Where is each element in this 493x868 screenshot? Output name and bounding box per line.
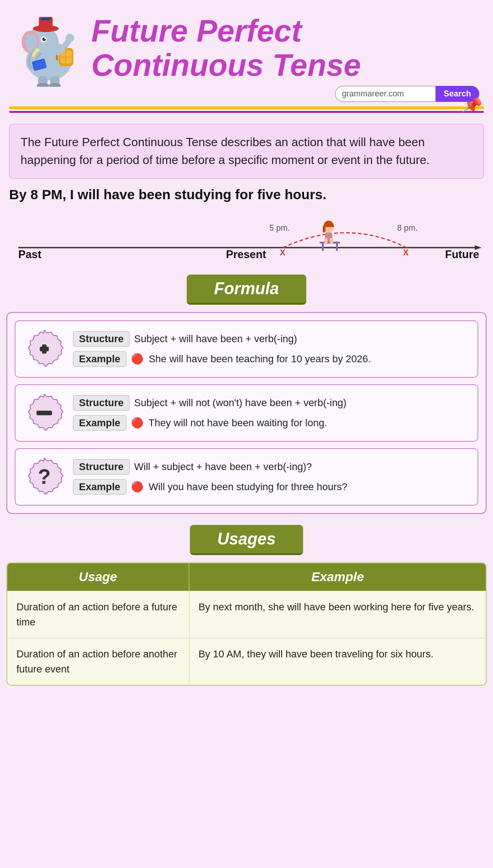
svg-rect-34: [324, 238, 328, 243]
col-header-usage: Usage: [7, 563, 189, 591]
structure-line-positive: Structure Subject + will have been + ver…: [73, 331, 469, 347]
usages-section-title-container: Usages: [0, 525, 493, 555]
description-box: The Future Perfect Continuous Tense desc…: [9, 124, 484, 179]
usage-cell-1: Duration of an action before another fut…: [7, 638, 189, 685]
example-text-positive: 🔴 She will have been teaching for 10 yea…: [131, 353, 371, 365]
example-text-negative: 🔴 They will not have been waiting for lo…: [131, 417, 327, 429]
example-label-question: Example: [73, 479, 126, 495]
positive-icon: [24, 328, 65, 370]
table-header-row: Usage Example: [7, 563, 486, 591]
example-label-positive: Example: [73, 351, 126, 367]
structure-label-negative: Structure: [73, 395, 130, 411]
formula-section-title-container: Formula: [0, 275, 493, 305]
formula-negative-content: Structure Subject + will not (won't) hav…: [73, 395, 469, 431]
structure-line-question: Structure Will + subject + have been + v…: [73, 459, 469, 475]
example-line-positive: Example 🔴 She will have been teaching fo…: [73, 351, 469, 367]
yellow-line: [9, 106, 484, 109]
example-line-negative: Example 🔴 They will not have been waitin…: [73, 415, 469, 431]
structure-line-negative: Structure Subject + will not (won't) hav…: [73, 395, 469, 411]
structure-label-question: Structure: [73, 459, 130, 475]
formula-box: Structure Subject + will have been + ver…: [6, 312, 487, 514]
example-label-negative: Example: [73, 415, 126, 431]
formula-row-positive: Structure Subject + will have been + ver…: [15, 320, 478, 378]
formula-positive-content: Structure Subject + will have been + ver…: [73, 331, 469, 367]
usages-section-title: Usages: [190, 525, 303, 555]
example-dot-negative: 🔴: [131, 417, 143, 429]
svg-point-21: [66, 34, 74, 42]
svg-text:5 pm.: 5 pm.: [269, 223, 290, 233]
svg-text:Past: Past: [18, 248, 42, 260]
structure-label-positive: Structure: [73, 331, 130, 347]
website-bar: Search: [91, 86, 479, 102]
example-sentence: By 8 PM, I will have been studying for f…: [9, 187, 484, 202]
timeline-svg: X X 5 pm. 8 pm. Past Present: [9, 209, 484, 264]
website-input[interactable]: [335, 86, 435, 102]
structure-text-negative: Subject + will not (won't) have been + v…: [134, 397, 346, 409]
table-row: Duration of an action before another fut…: [7, 638, 486, 685]
svg-text:?: ?: [38, 465, 51, 488]
svg-rect-10: [41, 18, 51, 21]
example-dot-positive: 🔴: [131, 353, 143, 365]
svg-text:8 pm.: 8 pm.: [397, 223, 418, 233]
purple-line: [9, 111, 484, 113]
usage-table: Usage Example Duration of an action befo…: [7, 563, 486, 685]
timeline-area: X X 5 pm. 8 pm. Past Present: [9, 209, 484, 264]
formula-row-question: ? Structure Will + subject + have been +…: [15, 448, 478, 506]
structure-text-positive: Subject + will have been + verb(-ing): [134, 333, 297, 345]
main-title: Future Perfect Continuous Tense: [91, 14, 479, 82]
col-header-example: Example: [189, 563, 486, 591]
usage-table-body: Duration of an action before a future ti…: [7, 591, 486, 685]
formula-row-negative: Structure Subject + will not (won't) hav…: [15, 384, 478, 442]
svg-text:X: X: [280, 248, 285, 257]
svg-rect-29: [323, 226, 325, 233]
example-text-question: 🔴 Will you have been studying for three …: [131, 481, 347, 493]
structure-text-question: Will + subject + have been + verb(-ing)?: [134, 461, 312, 473]
elephant-svg: [9, 9, 87, 87]
usage-cell-0: Duration of an action before a future ti…: [7, 591, 189, 638]
question-icon: ?: [24, 456, 65, 498]
svg-rect-32: [322, 243, 324, 251]
negative-icon: [24, 392, 65, 434]
svg-rect-40: [42, 344, 47, 354]
example-cell-1: By 10 AM, they will have been traveling …: [189, 638, 486, 685]
svg-text:Present: Present: [226, 248, 266, 260]
description-text: The Future Perfect Continuous Tense desc…: [21, 135, 430, 167]
formula-question-content: Structure Will + subject + have been + v…: [73, 459, 469, 495]
example-cell-0: By next month, she will have been workin…: [189, 591, 486, 638]
example-line-question: Example 🔴 Will you have been studying fo…: [73, 479, 469, 495]
title-area: Future Perfect Continuous Tense Search: [91, 9, 479, 102]
usages-box: Usage Example Duration of an action befo…: [6, 562, 487, 686]
table-row: Duration of an action before a future ti…: [7, 591, 486, 638]
svg-text:Future: Future: [445, 248, 479, 260]
svg-rect-33: [336, 243, 338, 251]
example-dot-question: 🔴: [131, 481, 143, 492]
elephant-illustration: [9, 9, 91, 89]
svg-rect-35: [330, 238, 333, 243]
svg-point-6: [44, 38, 46, 39]
pin-icon: 📌: [462, 95, 483, 116]
svg-rect-41: [37, 411, 52, 415]
svg-rect-9: [37, 26, 54, 30]
formula-section-title: Formula: [187, 275, 306, 305]
divider-lines: [9, 106, 484, 113]
header: Future Perfect Continuous Tense Search 📌: [0, 0, 493, 102]
svg-text:X: X: [403, 248, 409, 257]
